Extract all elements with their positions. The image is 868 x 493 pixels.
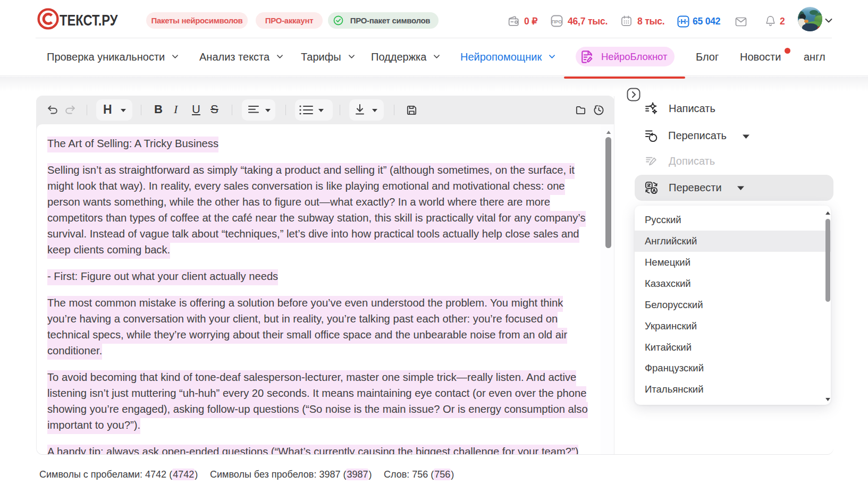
svg-text:ПРО: ПРО [552, 19, 562, 24]
